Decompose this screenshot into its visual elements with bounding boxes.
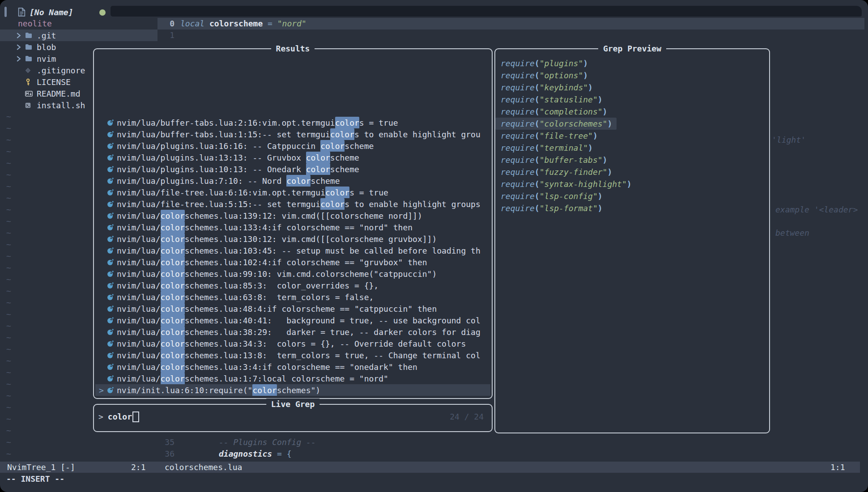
empty-line-marker: ~ [6,146,11,157]
result-row[interactable]: >nvim/lua/colorschemes.lua:130:12: vim.c… [95,233,490,245]
result-row[interactable]: >nvim/lua/plugins.lua:10:13: -- Onedark … [95,163,490,175]
result-row[interactable]: >nvim/lua/colorschemes.lua:48:4:if color… [95,303,490,314]
live-grep-input[interactable]: > color 24 / 24 [98,411,485,423]
result-row[interactable]: >nvim/lua/file-tree.lua:6:16:vim.opt.ter… [95,187,490,198]
lua-icon [107,352,114,359]
result-row[interactable]: >nvim/lua/colorschemes.lua:34:3: colors … [95,338,490,349]
result-row[interactable]: >nvim/lua/colorschemes.lua:40:41: backgr… [95,314,490,326]
result-row[interactable]: >nvim/lua/buffer-tabs.lua:1:15:-- set te… [95,128,490,140]
result-row[interactable]: >nvim/init.lua:6:10:require("colorscheme… [95,384,490,396]
tree-item--git[interactable]: .git [0,30,157,41]
statusline-file-name: colorschemes.lua [165,462,242,473]
result-text: nvim/lua/file-tree.lua:6:16:vim.opt.term… [117,188,388,197]
editor-line: 0local colorscheme = "nord" [157,18,868,30]
empty-line-marker: ~ [6,250,11,262]
empty-line-marker: ~ [6,378,11,390]
tree-item-label: install.sh [37,101,85,110]
result-counter: 24 / 24 [450,411,484,423]
chevron-right-icon [16,33,25,38]
result-row[interactable]: >nvim/lua/colorschemes.lua:3:4:if colors… [95,361,490,373]
result-row[interactable]: >nvim/lua/colorschemes.lua:102:4:if colo… [95,256,490,268]
result-row[interactable]: >nvim/lua/colorschemes.lua:99:10: vim.cm… [95,268,490,280]
grep-preview-title: Grep Preview [598,43,666,55]
live-grep-title: Live Grep [266,399,320,410]
lua-icon [107,282,114,289]
code-token: ( [535,107,540,116]
empty-line-marker: ~ [6,309,11,320]
result-row[interactable]: >nvim/lua/colorschemes.lua:85:3: color_o… [95,280,490,291]
empty-line-marker: ~ [6,181,11,192]
result-text: nvim/lua/colorschemes.lua:99:10: vim.cmd… [117,269,437,279]
code-token: ) [583,59,588,68]
result-text: nvim/lua/colorschemes.lua:38:29: darker … [117,327,481,337]
result-row[interactable]: >nvim/lua/colorschemes.lua:63:8: term_co… [95,291,490,303]
match-highlight: color [320,140,345,152]
match-highlight: color [161,280,185,291]
lua-icon [107,131,114,138]
result-text: nvim/lua/colorschemes.lua:130:12: vim.cm… [117,234,437,244]
statusline-buffer-name: NvimTree_1 [-] [7,462,75,473]
empty-line-marker: ~ [6,169,11,181]
preview-line: require("lsp-format") [495,202,768,214]
search-query: color [108,411,132,423]
code-token: "statusline" [540,95,598,104]
result-text: nvim/lua/buffer-tabs.lua:1:15:-- set ter… [117,130,481,139]
code-token: "colorschemes" [540,119,608,128]
result-text: nvim/lua/colorschemes.lua:103:45: -- set… [117,246,481,255]
code-token: ( [535,131,540,140]
result-row[interactable]: >nvim/lua/buffer-tabs.lua:2:16:vim.opt.t… [95,117,490,128]
code-token: ) [603,155,608,165]
neovim-window: [No Name] neolite .gitblobnvim.gitignore… [0,0,868,492]
preview-line: require("plugins") [495,57,768,69]
result-text: nvim/lua/colorschemes.lua:1:7:local colo… [117,374,388,383]
match-highlight: color [161,233,185,245]
gitignore-icon [25,68,37,73]
match-highlight: color [161,314,185,326]
result-row[interactable]: >nvim/lua/plugins.lua:13:13: -- Gruvbox … [95,152,490,163]
result-row[interactable]: >nvim/lua/file-tree.lua:5:15:-- set term… [95,198,490,210]
result-row[interactable]: >nvim/lua/colorschemes.lua:1:7:local col… [95,373,490,384]
tree-item-label: nvim [37,54,56,64]
result-text: nvim/lua/colorschemes.lua:139:12: vim.cm… [117,211,422,221]
result-row[interactable]: >nvim/lua/colorschemes.lua:103:45: -- se… [95,245,490,256]
result-row[interactable]: >nvim/lua/plugins.lua:16:16: -- Catppucc… [95,140,490,152]
match-highlight: color [161,349,185,361]
line-number: 36 [157,448,174,460]
tab-no-name[interactable]: [No Name] [18,6,73,18]
match-highlight: color [306,152,330,163]
result-row[interactable]: >nvim/lua/plugins.lua:7:10: -- Nord colo… [95,175,490,187]
lua-icon [107,119,114,126]
tabline-fill [111,6,862,17]
code-token: ( [535,155,540,165]
empty-line-marker: ~ [6,274,11,285]
result-row[interactable]: >nvim/lua/colorschemes.lua:139:12: vim.c… [95,210,490,221]
result-row[interactable]: >nvim/lua/colorschemes.lua:13:8: term_co… [95,349,490,361]
preview-line: require("fuzzy-finder") [495,166,768,178]
match-highlight: color [320,198,345,210]
lua-icon [107,212,114,219]
lua-icon [107,364,114,370]
code-token: local [180,18,209,30]
lua-icon [107,236,114,242]
preview-line: require("syntax-highlight") [495,178,768,190]
editor-line: 36diagnostics = { [157,448,868,460]
statusline-tree-position: 2:1 [131,462,146,473]
background-text-light: 'light' [772,134,806,146]
result-row[interactable]: >nvim/lua/colorschemes.lua:38:29: darker… [95,326,490,338]
code-token: ) [598,191,603,201]
result-text: nvim/lua/file-tree.lua:5:15:-- set termg… [117,199,481,209]
empty-line-marker: ~ [6,285,11,297]
result-text: nvim/lua/colorschemes.lua:102:4:if color… [117,258,427,267]
empty-line-marker: ~ [6,123,11,134]
result-row[interactable]: >nvim/lua/colorschemes.lua:133:4:if colo… [95,221,490,233]
editor-top-lines[interactable]: 0local colorscheme = "nord"1 [157,18,868,41]
result-text: nvim/lua/colorschemes.lua:48:4:if colors… [117,304,437,314]
code-token: "keybinds" [540,83,588,92]
code-token: ) [583,71,588,80]
editor-bottom-lines[interactable]: 35-- Plugins Config --36diagnostics = { [157,437,868,460]
code-token: "fuzzy-finder" [540,167,608,177]
script-icon [25,102,37,108]
code-token: "nord" [277,18,306,30]
code-token: "terminal" [540,143,588,153]
key-icon [25,78,37,85]
